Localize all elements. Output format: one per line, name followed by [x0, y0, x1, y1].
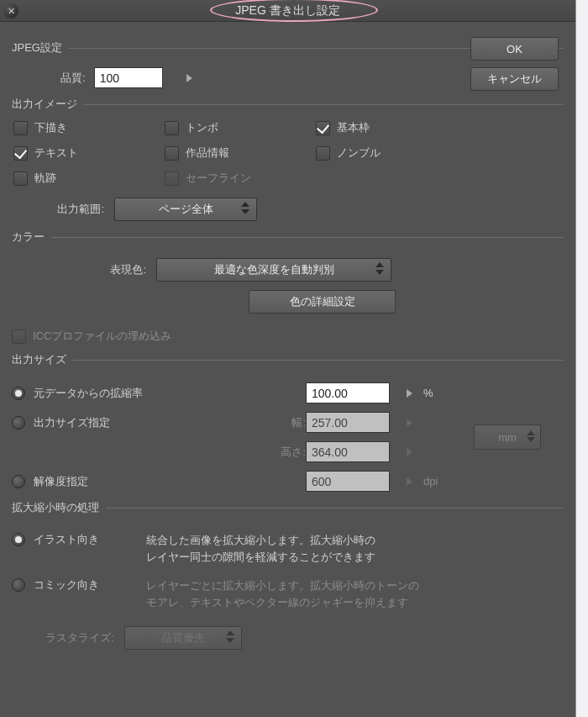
quality-label: 品質:	[60, 71, 86, 86]
color-legend: カラー	[12, 229, 51, 245]
nombre-checkbox[interactable]	[316, 146, 330, 161]
output-size-legend: 出力サイズ	[12, 352, 73, 367]
basic-frame-checkbox[interactable]	[316, 121, 330, 135]
ratio-slider-icon[interactable]	[407, 389, 412, 398]
comic-radio[interactable]	[12, 578, 25, 592]
jpeg-settings-legend: JPEG設定	[12, 40, 69, 55]
dim-radio[interactable]	[12, 416, 25, 430]
draft-checkbox[interactable]	[13, 121, 28, 135]
resolution-slider-icon	[407, 477, 412, 486]
width-input[interactable]	[306, 412, 390, 433]
width-slider-icon	[407, 419, 412, 427]
comic-desc: レイヤーごとに拡大縮小します。拡大縮小時のトーンの モアレ、テキストやベクター線…	[146, 577, 419, 611]
dialog-title: JPEG 書き出し設定	[235, 3, 339, 18]
output-size-group: 出力サイズ 元データからの拡縮率 % 出力サイズ指定 幅: mm 高さ:	[12, 352, 564, 492]
height-input[interactable]	[306, 441, 390, 462]
quality-input[interactable]	[94, 67, 163, 88]
illust-desc: 統合した画像を拡大縮小します。拡大縮小時の レイヤー同士の隙間を軽減することがで…	[146, 532, 375, 566]
resolution-input[interactable]	[306, 471, 390, 492]
output-image-legend: 出力イメージ	[12, 97, 84, 112]
scale-processing-group: 拡大縮小時の処理 イラスト向き 統合した画像を拡大縮小します。拡大縮小時の レイ…	[12, 500, 564, 650]
quality-slider-icon[interactable]	[186, 74, 192, 82]
height-label: 高さ:	[264, 445, 306, 460]
icc-checkbox	[12, 330, 26, 344]
ok-button[interactable]: OK	[470, 37, 559, 61]
ratio-radio[interactable]	[12, 387, 25, 400]
resolution-radio[interactable]	[12, 475, 25, 488]
output-range-select[interactable]: ページ全体	[114, 198, 257, 221]
output-image-group: 出力イメージ 下描き トンボ 基本枠 テキスト 作品情報 ノンブル 軌跡 セーフ…	[12, 97, 564, 221]
close-icon[interactable]: ✕	[3, 3, 18, 18]
height-slider-icon	[407, 448, 412, 456]
color-detail-button[interactable]: 色の詳細設定	[249, 290, 396, 314]
scale-legend: 拡大縮小時の処理	[12, 500, 106, 515]
safeline-checkbox	[165, 171, 179, 186]
rasterize-select: 品質優先	[124, 626, 242, 650]
work-info-checkbox[interactable]	[165, 146, 179, 161]
width-label: 幅:	[264, 415, 306, 430]
color-mode-select[interactable]: 最適な色深度を自動判別	[156, 258, 391, 282]
background-canvas-strip	[575, 0, 588, 717]
ratio-input[interactable]	[306, 382, 390, 403]
dialog-header: ✕ JPEG 書き出し設定	[0, 0, 575, 22]
crop-checkbox[interactable]	[165, 121, 179, 135]
color-mode-label: 表現色:	[96, 262, 146, 277]
unit-select[interactable]: mm	[474, 424, 541, 450]
rasterize-label: ラスタライズ:	[45, 630, 114, 646]
output-range-label: 出力範囲:	[37, 202, 104, 217]
tracks-checkbox[interactable]	[13, 171, 28, 186]
cancel-button[interactable]: キャンセル	[470, 67, 559, 91]
text-checkbox[interactable]	[13, 146, 28, 161]
jpeg-export-dialog: ✕ JPEG 書き出し設定 OK キャンセル JPEG設定 品質: 出力イメージ…	[0, 0, 575, 717]
color-group: カラー 表現色: 最適な色深度を自動判別 色の詳細設定 ICCプロファイルの埋め…	[12, 229, 564, 344]
illust-radio[interactable]	[12, 533, 25, 546]
